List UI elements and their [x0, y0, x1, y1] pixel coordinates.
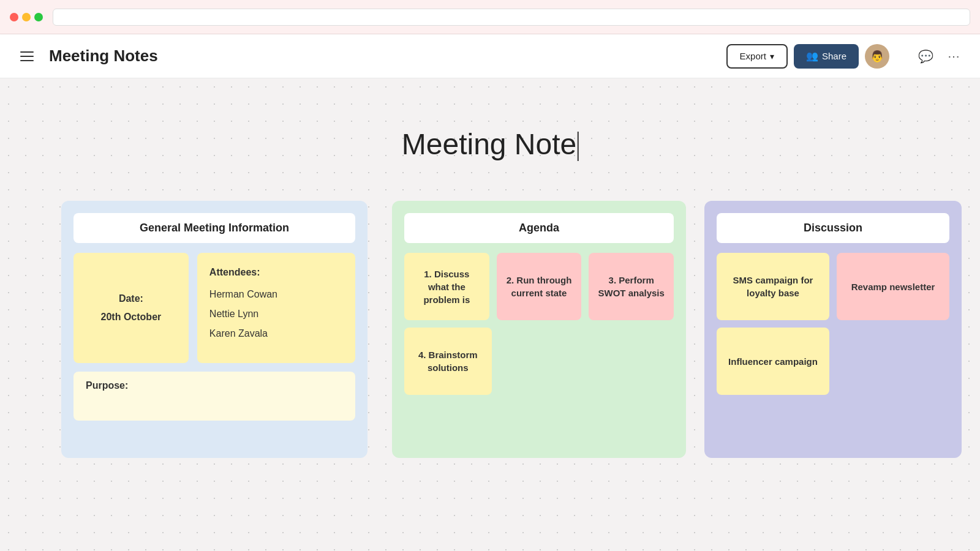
- date-value: 20th October: [101, 312, 162, 323]
- url-bar[interactable]: [53, 9, 970, 26]
- header: Meeting Notes Export Share 👨 💬 ⋯: [0, 34, 980, 78]
- discussion-card-header: Discussion: [717, 213, 949, 243]
- agenda-item-4[interactable]: 4. Brainstorm solutions: [404, 328, 492, 395]
- app-container: Meeting Notes Export Share 👨 💬 ⋯ Meeting…: [0, 34, 980, 551]
- canvas: Meeting Note General Meeting Information…: [0, 78, 980, 551]
- menu-icon-line: [20, 60, 34, 61]
- general-card-body: Date: 20th October Attendees: Herman Cow…: [74, 253, 355, 363]
- traffic-lights: [10, 13, 43, 21]
- menu-button[interactable]: [15, 44, 39, 69]
- discussion-grid: SMS campaign for loyalty base Revamp new…: [717, 253, 949, 395]
- page-title-text: Meeting Note: [402, 128, 577, 160]
- attendee-3: Karen Zavala: [209, 328, 268, 339]
- title-bar: [0, 0, 980, 34]
- header-actions: Export Share 👨: [726, 44, 889, 69]
- agenda-card-header: Agenda: [404, 213, 674, 243]
- text-cursor: [577, 132, 578, 161]
- menu-icon-line: [20, 56, 34, 57]
- discussion-item-1[interactable]: SMS campaign for loyalty base: [717, 253, 829, 320]
- agenda-grid: 1. Discuss what the problem is 2. Run th…: [404, 253, 674, 320]
- page-title[interactable]: Meeting Note: [402, 127, 579, 161]
- more-options-button[interactable]: ⋯: [942, 45, 965, 68]
- document-title: Meeting Notes: [49, 47, 717, 66]
- avatar[interactable]: 👨: [865, 44, 889, 69]
- menu-icon-line: [20, 51, 34, 53]
- general-card-header: General Meeting Information: [74, 213, 355, 243]
- discussion-item-2[interactable]: Revamp newsletter: [837, 253, 949, 320]
- minimize-button[interactable]: [22, 13, 31, 21]
- agenda-item-3[interactable]: 3. Perform SWOT analysis: [589, 253, 674, 320]
- general-meeting-card: General Meeting Information Date: 20th O…: [61, 201, 368, 458]
- date-label: Date:: [119, 293, 143, 304]
- attendees-sticky[interactable]: Attendees: Herman Cowan Nettie Lynn Kare…: [197, 253, 355, 363]
- agenda-item-1[interactable]: 1. Discuss what the problem is: [404, 253, 489, 320]
- discussion-item-3[interactable]: Influencer campaign: [717, 328, 829, 395]
- agenda-item-2[interactable]: 2. Run through current state: [497, 253, 582, 320]
- header-right-icons: 💬 ⋯: [914, 45, 965, 68]
- comment-button[interactable]: 💬: [914, 45, 937, 68]
- export-button[interactable]: Export: [726, 44, 788, 69]
- export-label: Export: [740, 51, 766, 61]
- date-sticky[interactable]: Date: 20th October: [74, 253, 189, 363]
- agenda-card: Agenda 1. Discuss what the problem is 2.…: [392, 201, 686, 458]
- chevron-down-icon: [770, 51, 774, 61]
- attendee-2: Nettie Lynn: [209, 309, 258, 319]
- share-button[interactable]: Share: [794, 44, 859, 69]
- share-label: Share: [822, 51, 846, 61]
- attendee-1: Herman Cowan: [209, 289, 277, 299]
- close-button[interactable]: [10, 13, 18, 21]
- maximize-button[interactable]: [34, 13, 43, 21]
- share-icon: [806, 50, 818, 62]
- purpose-label: Purpose:: [86, 380, 128, 391]
- attendees-label: Attendees:: [209, 263, 343, 282]
- purpose-sticky[interactable]: Purpose:: [74, 372, 355, 421]
- discussion-card: Discussion SMS campaign for loyalty base…: [704, 201, 962, 458]
